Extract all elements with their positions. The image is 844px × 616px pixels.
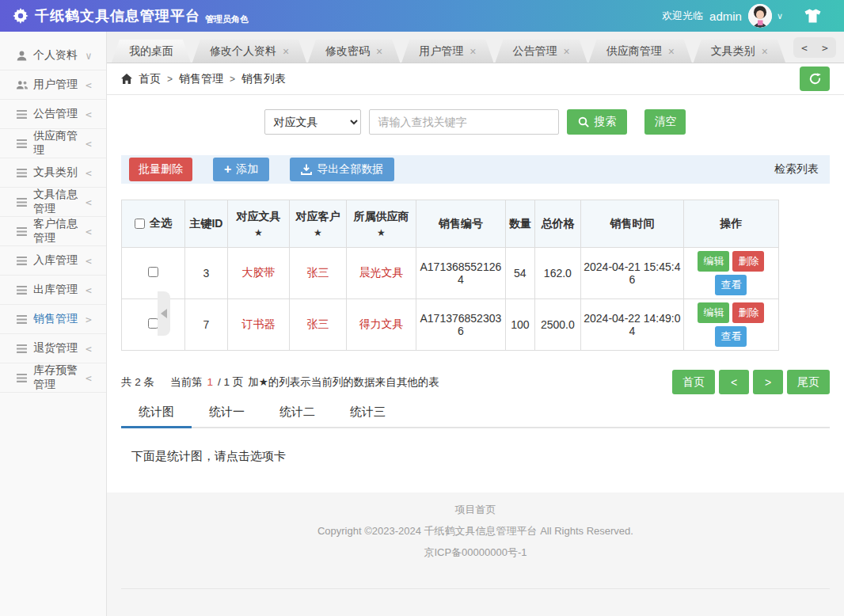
sidebar-item-arrow-icon: < [86, 255, 92, 267]
search-button[interactable]: 搜索 [567, 109, 627, 135]
app-header: 千纸鹤文具信息管理平台 管理员角色 欢迎光临 admin ∨ [0, 0, 844, 32]
cell-operations: 编辑删除查看 [683, 299, 778, 351]
home-icon [121, 74, 132, 84]
sidebar-item-文具信息管理[interactable]: 文具信息管理< [0, 188, 106, 217]
stats-tab-统计一[interactable]: 统计一 [192, 397, 262, 427]
star-icon: ★ [292, 227, 344, 238]
gear-icon [13, 8, 29, 24]
batch-delete-button[interactable]: 批量删除 [129, 158, 192, 181]
cell-supplier-link[interactable]: 晨光文具 [359, 266, 403, 279]
stats-tab-统计二[interactable]: 统计二 [262, 397, 333, 427]
select-all-label: 全选 [150, 216, 172, 230]
sales-table: 全选主键ID对应文具★对应客户★所属供应商★销售编号数量总价格销售时间操作 3大… [121, 200, 779, 351]
column-header-操作: 操作 [683, 200, 778, 248]
breadcrumb-item-首页[interactable]: 首页 [139, 72, 161, 86]
menu-icon [16, 285, 33, 295]
sidebar-item-label: 文具类别 [33, 165, 86, 180]
pagination: 共 2 条 当前第 1 / 1 页 加★的列表示当前列的数据来自其他的表 首页 … [121, 370, 830, 394]
welcome-text: 欢迎光临 [662, 9, 703, 23]
delete-button[interactable]: 删除 [732, 302, 764, 323]
cell-supplier-link[interactable]: 得力文具 [359, 318, 403, 330]
sidebar-item-arrow-icon: ∨ [86, 50, 92, 62]
cell-stationery-link[interactable]: 订书器 [241, 318, 275, 330]
cell-customer-link[interactable]: 张三 [306, 266, 329, 279]
sidebar-item-出库管理[interactable]: 出库管理< [0, 276, 106, 305]
cell-supplier: 得力文具 [346, 299, 416, 351]
tab-close-icon[interactable]: × [283, 45, 289, 58]
tab-供应商管理[interactable]: 供应商管理× [589, 40, 692, 63]
breadcrumb-item-销售管理[interactable]: 销售管理 [179, 72, 223, 86]
last-page-button[interactable]: 尾页 [787, 370, 830, 394]
delete-button[interactable]: 删除 [732, 251, 764, 272]
sidebar-item-文具类别[interactable]: 文具类别< [0, 158, 106, 188]
cell-id: 7 [184, 299, 227, 351]
search-input[interactable] [369, 109, 559, 135]
column-header-销售编号: 销售编号 [416, 200, 505, 248]
tab-scroll-right-icon[interactable]: > [819, 42, 831, 54]
next-page-button[interactable]: > [753, 370, 783, 394]
first-page-button[interactable]: 首页 [672, 370, 715, 394]
column-header-label: 销售时间 [610, 217, 654, 230]
tab-close-icon[interactable]: × [470, 45, 476, 58]
sidebar-collapse-handle[interactable] [158, 291, 170, 336]
current-page-number: 1 [207, 376, 213, 388]
cell-quantity-text: 100 [511, 318, 529, 331]
refresh-button[interactable] [800, 67, 830, 91]
filter-select[interactable]: 对应文具 [264, 109, 361, 135]
clear-button[interactable]: 清空 [644, 109, 686, 135]
cell-stationery: 大胶带 [227, 248, 289, 299]
menu-icon [16, 139, 33, 149]
star-icon: ★ [349, 227, 413, 238]
tab-修改密码[interactable]: 修改密码× [308, 40, 400, 63]
tab-label: 修改密码 [325, 44, 370, 59]
sidebar-item-入库管理[interactable]: 入库管理< [0, 246, 106, 276]
cell-customer-link[interactable]: 张三 [306, 318, 329, 330]
row-checkbox[interactable] [148, 318, 158, 329]
avatar[interactable] [748, 4, 772, 28]
cell-sale-no-text: A1713768523036 [420, 312, 501, 337]
footer-home-link[interactable]: 项目首页 [107, 503, 844, 517]
sidebar-item-label: 供应商管理 [33, 129, 86, 158]
sidebar-item-退货管理[interactable]: 退货管理< [0, 334, 106, 363]
sidebar-item-客户信息管理[interactable]: 客户信息管理< [0, 217, 106, 246]
stats-tab-统计三[interactable]: 统计三 [333, 397, 403, 427]
edit-button[interactable]: 编辑 [698, 302, 729, 323]
sidebar-item-用户管理[interactable]: 用户管理< [0, 70, 106, 100]
sidebar-item-label: 入库管理 [33, 253, 86, 268]
prev-page-button[interactable]: < [719, 370, 749, 394]
cell-stationery-link[interactable]: 大胶带 [241, 266, 275, 279]
column-header-label: 所属供应商 [353, 210, 409, 222]
tab-close-icon[interactable]: × [668, 45, 675, 58]
theme-tshirt-icon[interactable] [804, 9, 822, 23]
export-button[interactable]: 导出全部数据 [290, 158, 394, 181]
add-button[interactable]: + 添加 [213, 158, 269, 181]
sidebar-item-公告管理[interactable]: 公告管理< [0, 100, 106, 129]
row-checkbox[interactable] [148, 267, 158, 277]
stats-tab-统计图[interactable]: 统计图 [121, 397, 192, 427]
tab-用户管理[interactable]: 用户管理× [401, 40, 493, 63]
tab-label: 用户管理 [419, 44, 463, 59]
chevron-down-icon[interactable]: ∨ [777, 11, 783, 21]
view-button[interactable]: 查看 [715, 275, 747, 295]
select-all-checkbox[interactable] [135, 219, 145, 229]
view-button[interactable]: 查看 [715, 326, 747, 347]
tab-close-icon[interactable]: × [563, 45, 569, 58]
tab-文具类别[interactable]: 文具类别× [694, 40, 785, 63]
column-header-全选: 全选 [121, 200, 184, 248]
sidebar-item-库存预警管理[interactable]: 库存预警管理< [0, 363, 106, 393]
tab-scroll-left-icon[interactable]: < [798, 42, 811, 54]
cell-supplier: 晨光文具 [346, 248, 416, 299]
edit-button[interactable]: 编辑 [698, 251, 729, 272]
tab-我的桌面[interactable]: 我的桌面 [112, 40, 191, 63]
tab-修改个人资料[interactable]: 修改个人资料× [192, 40, 306, 63]
column-header-数量: 数量 [505, 200, 534, 248]
sidebar-item-供应商管理[interactable]: 供应商管理< [0, 129, 106, 158]
tab-公告管理[interactable]: 公告管理× [495, 40, 587, 63]
sidebar-item-个人资料[interactable]: 个人资料∨ [0, 41, 106, 70]
sidebar-item-销售管理[interactable]: 销售管理> [0, 305, 106, 334]
footer-copyright: Copyright ©2023-2024 千纸鹤文具信息管理平台 All Rig… [107, 524, 844, 538]
sidebar-item-arrow-icon: < [86, 284, 92, 296]
total-count-text: 共 2 条 [121, 375, 154, 390]
tab-close-icon[interactable]: × [376, 45, 382, 58]
tab-close-icon[interactable]: × [762, 45, 768, 58]
